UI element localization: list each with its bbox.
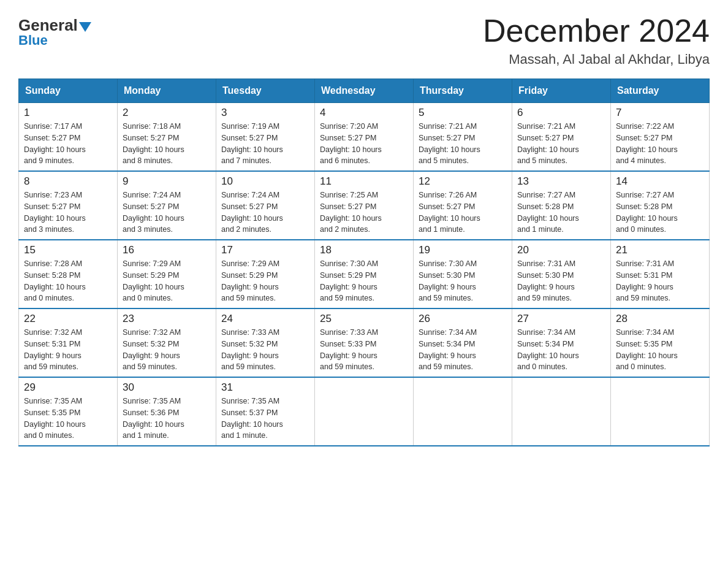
calendar-cell: 14Sunrise: 7:27 AMSunset: 5:28 PMDayligh… (611, 171, 710, 240)
calendar-cell: 15Sunrise: 7:28 AMSunset: 5:28 PMDayligh… (19, 240, 118, 308)
day-number: 4 (320, 107, 408, 119)
calendar-cell: 9Sunrise: 7:24 AMSunset: 5:27 PMDaylight… (118, 171, 216, 240)
day-info: Sunrise: 7:22 AMSunset: 5:27 PMDaylight:… (616, 121, 704, 167)
calendar-cell: 3Sunrise: 7:19 AMSunset: 5:27 PMDaylight… (216, 103, 315, 172)
calendar-cell: 1Sunrise: 7:17 AMSunset: 5:27 PMDaylight… (19, 103, 118, 172)
calendar-cell (414, 377, 512, 446)
logo-triangle-icon (79, 22, 91, 32)
col-header-thursday: Thursday (414, 79, 512, 103)
calendar-cell: 28Sunrise: 7:34 AMSunset: 5:35 PMDayligh… (611, 308, 710, 377)
logo-blue-text: Blue (18, 33, 48, 48)
day-info: Sunrise: 7:18 AMSunset: 5:27 PMDaylight:… (123, 121, 211, 167)
day-number: 12 (419, 175, 507, 188)
day-info: Sunrise: 7:33 AMSunset: 5:33 PMDaylight:… (320, 327, 408, 373)
calendar-cell: 6Sunrise: 7:21 AMSunset: 5:27 PMDaylight… (512, 103, 611, 172)
calendar-cell: 24Sunrise: 7:33 AMSunset: 5:32 PMDayligh… (216, 308, 315, 377)
day-info: Sunrise: 7:30 AMSunset: 5:29 PMDaylight:… (320, 258, 408, 304)
day-number: 29 (24, 381, 112, 394)
day-info: Sunrise: 7:29 AMSunset: 5:29 PMDaylight:… (123, 258, 211, 304)
day-number: 13 (517, 175, 605, 188)
day-info: Sunrise: 7:35 AMSunset: 5:35 PMDaylight:… (24, 396, 112, 442)
calendar-cell: 29Sunrise: 7:35 AMSunset: 5:35 PMDayligh… (19, 377, 118, 446)
day-number: 5 (419, 107, 507, 119)
calendar-cell: 17Sunrise: 7:29 AMSunset: 5:29 PMDayligh… (216, 240, 315, 308)
calendar-cell: 23Sunrise: 7:32 AMSunset: 5:32 PMDayligh… (118, 308, 216, 377)
calendar-week-row: 29Sunrise: 7:35 AMSunset: 5:35 PMDayligh… (19, 377, 710, 446)
calendar-cell: 20Sunrise: 7:31 AMSunset: 5:30 PMDayligh… (512, 240, 611, 308)
day-info: Sunrise: 7:24 AMSunset: 5:27 PMDaylight:… (123, 190, 211, 236)
day-number: 14 (616, 175, 704, 188)
calendar-cell: 22Sunrise: 7:32 AMSunset: 5:31 PMDayligh… (19, 308, 118, 377)
calendar-week-row: 15Sunrise: 7:28 AMSunset: 5:28 PMDayligh… (19, 240, 710, 308)
day-number: 9 (123, 175, 211, 188)
day-number: 18 (320, 244, 408, 256)
day-number: 24 (221, 313, 309, 325)
day-number: 22 (24, 313, 112, 325)
day-info: Sunrise: 7:21 AMSunset: 5:27 PMDaylight:… (517, 121, 605, 167)
day-number: 21 (616, 244, 704, 256)
calendar-cell: 31Sunrise: 7:35 AMSunset: 5:37 PMDayligh… (216, 377, 315, 446)
day-info: Sunrise: 7:20 AMSunset: 5:27 PMDaylight:… (320, 121, 408, 167)
day-info: Sunrise: 7:32 AMSunset: 5:32 PMDaylight:… (123, 327, 211, 373)
day-info: Sunrise: 7:29 AMSunset: 5:29 PMDaylight:… (221, 258, 309, 304)
calendar-cell: 26Sunrise: 7:34 AMSunset: 5:34 PMDayligh… (414, 308, 512, 377)
day-number: 19 (419, 244, 507, 256)
day-number: 27 (517, 313, 605, 325)
calendar-cell: 27Sunrise: 7:34 AMSunset: 5:34 PMDayligh… (512, 308, 611, 377)
calendar-cell: 5Sunrise: 7:21 AMSunset: 5:27 PMDaylight… (414, 103, 512, 172)
calendar-cell: 2Sunrise: 7:18 AMSunset: 5:27 PMDaylight… (118, 103, 216, 172)
day-info: Sunrise: 7:27 AMSunset: 5:28 PMDaylight:… (616, 190, 704, 236)
calendar-week-row: 22Sunrise: 7:32 AMSunset: 5:31 PMDayligh… (19, 308, 710, 377)
col-header-tuesday: Tuesday (216, 79, 315, 103)
calendar-cell: 10Sunrise: 7:24 AMSunset: 5:27 PMDayligh… (216, 171, 315, 240)
logo: General Blue (18, 12, 93, 48)
calendar-header-row: SundayMondayTuesdayWednesdayThursdayFrid… (19, 79, 710, 103)
calendar-cell: 8Sunrise: 7:23 AMSunset: 5:27 PMDaylight… (19, 171, 118, 240)
day-number: 7 (616, 107, 704, 119)
day-number: 2 (123, 107, 211, 119)
day-info: Sunrise: 7:26 AMSunset: 5:27 PMDaylight:… (419, 190, 507, 236)
col-header-sunday: Sunday (19, 79, 118, 103)
calendar-week-row: 8Sunrise: 7:23 AMSunset: 5:27 PMDaylight… (19, 171, 710, 240)
header: General Blue December 2024 Massah, Al Ja… (18, 12, 710, 67)
calendar-cell: 19Sunrise: 7:30 AMSunset: 5:30 PMDayligh… (414, 240, 512, 308)
day-info: Sunrise: 7:25 AMSunset: 5:27 PMDaylight:… (320, 190, 408, 236)
calendar-cell: 18Sunrise: 7:30 AMSunset: 5:29 PMDayligh… (315, 240, 414, 308)
calendar-cell (315, 377, 414, 446)
col-header-saturday: Saturday (611, 79, 710, 103)
calendar-table: SundayMondayTuesdayWednesdayThursdayFrid… (18, 79, 710, 446)
calendar-cell (611, 377, 710, 446)
title-area: December 2024 Massah, Al Jabal al Akhdar… (483, 12, 710, 67)
day-number: 25 (320, 313, 408, 325)
day-number: 1 (24, 107, 112, 119)
day-info: Sunrise: 7:32 AMSunset: 5:31 PMDaylight:… (24, 327, 112, 373)
day-info: Sunrise: 7:31 AMSunset: 5:30 PMDaylight:… (517, 258, 605, 304)
day-number: 11 (320, 175, 408, 188)
day-info: Sunrise: 7:35 AMSunset: 5:37 PMDaylight:… (221, 396, 309, 442)
day-info: Sunrise: 7:33 AMSunset: 5:32 PMDaylight:… (221, 327, 309, 373)
day-info: Sunrise: 7:21 AMSunset: 5:27 PMDaylight:… (419, 121, 507, 167)
day-info: Sunrise: 7:34 AMSunset: 5:35 PMDaylight:… (616, 327, 704, 373)
calendar-cell: 4Sunrise: 7:20 AMSunset: 5:27 PMDaylight… (315, 103, 414, 172)
calendar-cell: 21Sunrise: 7:31 AMSunset: 5:31 PMDayligh… (611, 240, 710, 308)
day-info: Sunrise: 7:34 AMSunset: 5:34 PMDaylight:… (517, 327, 605, 373)
day-number: 31 (221, 381, 309, 394)
day-number: 16 (123, 244, 211, 256)
day-number: 15 (24, 244, 112, 256)
col-header-monday: Monday (118, 79, 216, 103)
calendar-cell: 7Sunrise: 7:22 AMSunset: 5:27 PMDaylight… (611, 103, 710, 172)
location-title: Massah, Al Jabal al Akhdar, Libya (483, 52, 710, 67)
day-info: Sunrise: 7:34 AMSunset: 5:34 PMDaylight:… (419, 327, 507, 373)
day-info: Sunrise: 7:28 AMSunset: 5:28 PMDaylight:… (24, 258, 112, 304)
day-info: Sunrise: 7:17 AMSunset: 5:27 PMDaylight:… (24, 121, 112, 167)
day-number: 8 (24, 175, 112, 188)
day-info: Sunrise: 7:24 AMSunset: 5:27 PMDaylight:… (221, 190, 309, 236)
calendar-cell: 30Sunrise: 7:35 AMSunset: 5:36 PMDayligh… (118, 377, 216, 446)
day-number: 3 (221, 107, 309, 119)
calendar-cell (512, 377, 611, 446)
calendar-cell: 13Sunrise: 7:27 AMSunset: 5:28 PMDayligh… (512, 171, 611, 240)
calendar-week-row: 1Sunrise: 7:17 AMSunset: 5:27 PMDaylight… (19, 103, 710, 172)
day-info: Sunrise: 7:30 AMSunset: 5:30 PMDaylight:… (419, 258, 507, 304)
day-number: 23 (123, 313, 211, 325)
month-title: December 2024 (483, 12, 710, 49)
